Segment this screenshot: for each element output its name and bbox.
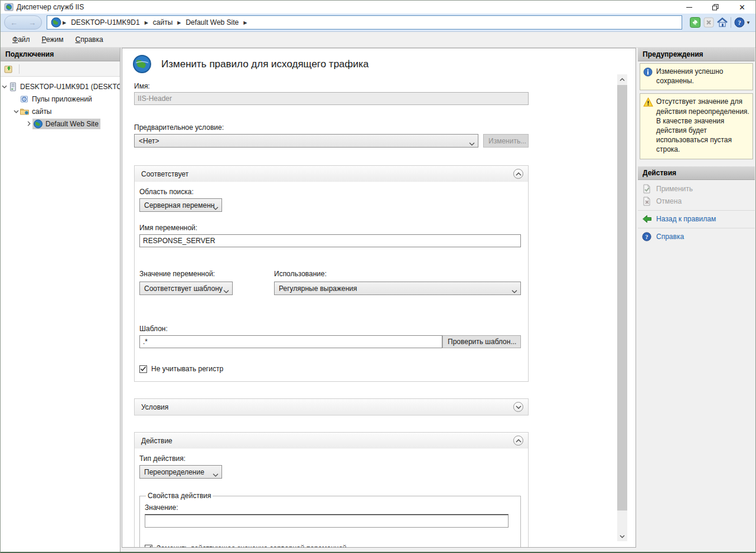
pattern-input[interactable] — [139, 335, 442, 348]
scope-select[interactable]: Серверная переменн — [139, 198, 222, 212]
info-alert-text: Изменения успешно сохранены. — [656, 67, 750, 86]
restore-button[interactable] — [702, 1, 729, 14]
test-pattern-button[interactable]: Проверить шаблон... — [442, 335, 521, 348]
tree-item-sites[interactable]: сайты — [1, 105, 120, 117]
collapse-icon[interactable] — [513, 169, 523, 179]
action-value-input[interactable] — [145, 514, 509, 528]
chevron-down-icon — [213, 470, 219, 479]
action-section: Действие Тип действия: Переопределение С… — [134, 432, 529, 548]
precondition-value: <Нет> — [139, 137, 159, 145]
back-icon[interactable]: ← — [10, 19, 18, 27]
apply-icon — [642, 184, 651, 194]
navigation-buttons: ← → — [4, 15, 42, 30]
tree-item-default-web-site[interactable]: Default Web Site — [1, 117, 120, 130]
page-title: Изменить правило для исходящего трафика — [161, 58, 369, 70]
action-type-select[interactable]: Переопределение — [139, 465, 222, 479]
menu-view[interactable]: Режим — [36, 33, 70, 46]
tree-item-server[interactable]: DESKTOP-U1MK9D1 (DESKTO — [1, 80, 120, 93]
toolbar-separator — [19, 64, 19, 74]
checkbox-checked-icon[interactable] — [145, 545, 152, 548]
save-connection-icon[interactable] — [4, 64, 14, 74]
stop-icon — [703, 17, 714, 28]
menu-file[interactable]: Файл — [6, 33, 36, 46]
sites-folder-icon — [19, 107, 30, 116]
help-label: Справка — [656, 233, 684, 241]
conditions-section: Условия — [134, 398, 529, 415]
expand-icon[interactable] — [513, 402, 523, 412]
actions-panel: Предупреждения Изменения успешно сохране… — [638, 48, 755, 552]
tree-item-label: Пулы приложений — [32, 95, 92, 103]
chevron-expanded-icon[interactable] — [12, 110, 19, 113]
variable-value-label: Значение переменной: — [139, 270, 274, 278]
variable-name-input[interactable] — [139, 234, 521, 247]
replace-value-label: Заменить действующее значение серверной … — [157, 544, 347, 548]
section-title: Действие — [141, 437, 513, 445]
scroll-up-icon[interactable] — [617, 74, 627, 84]
vertical-scrollbar[interactable] — [617, 74, 627, 541]
breadcrumb: ▶ DESKTOP-U1MK9D1 ▶ сайты ▶ Default Web … — [47, 15, 682, 30]
variable-value-select[interactable]: Соответствует шаблону — [139, 282, 233, 295]
chevron-down-icon — [511, 287, 517, 295]
cancel-label: Отмена — [656, 197, 682, 205]
help-menu-button[interactable]: ? ▼ — [734, 17, 751, 28]
breadcrumb-arrow-icon[interactable]: ▶ — [145, 20, 148, 25]
chevron-down-icon — [213, 204, 219, 212]
action-type-value: Переопределение — [144, 468, 204, 476]
tree-item-label: Default Web Site — [45, 120, 99, 128]
name-label: Имя: — [134, 82, 529, 90]
action-section-header[interactable]: Действие — [135, 433, 528, 449]
window-title: Диспетчер служб IIS — [17, 3, 84, 11]
info-icon — [643, 67, 653, 77]
back-to-rules-action[interactable]: Назад к правилам — [638, 213, 755, 225]
replace-checkbox-row[interactable]: Заменить действующее значение серверной … — [145, 544, 513, 548]
precondition-select[interactable]: <Нет> — [134, 134, 478, 148]
checkbox-checked-icon[interactable] — [139, 365, 147, 373]
alerts-header: Предупреждения — [638, 48, 755, 61]
match-section-header[interactable]: Соответствует — [135, 166, 528, 182]
section-title: Соответствует — [141, 170, 513, 178]
warning-alert-text: Отсутствует значение для действия переоп… — [656, 97, 750, 154]
pattern-label: Шаблон: — [139, 325, 521, 333]
warning-icon — [643, 97, 653, 107]
tree-item-app-pools[interactable]: Пулы приложений — [1, 93, 120, 105]
chevron-collapsed-icon[interactable] — [25, 121, 32, 126]
connections-toolbar — [1, 61, 120, 77]
scope-label: Область поиска: — [139, 188, 521, 196]
restore-icon — [712, 4, 719, 11]
connections-panel: Подключения DESKTOP-U1MK9D1 (DESKTO Пулы… — [1, 48, 120, 552]
collapse-icon[interactable] — [513, 436, 523, 446]
breadcrumb-item-server[interactable]: DESKTOP-U1MK9D1 — [71, 18, 139, 27]
info-alert: Изменения успешно сохранены. — [640, 63, 753, 90]
precondition-label: Предварительное условие: — [134, 123, 529, 132]
using-label: Использование: — [274, 270, 521, 278]
chevron-down-icon: ▼ — [746, 20, 751, 25]
action-properties-legend: Свойства действия — [146, 492, 213, 500]
breadcrumb-item-default-web-site[interactable]: Default Web Site — [185, 18, 239, 27]
refresh-icon[interactable] — [690, 17, 700, 28]
home-icon[interactable] — [717, 17, 728, 28]
forward-icon[interactable]: → — [28, 19, 36, 27]
back-to-rules-label: Назад к правилам — [656, 215, 716, 223]
menu-help[interactable]: Справка — [70, 33, 109, 46]
apply-label: Применить — [656, 185, 693, 193]
scrollbar-thumb[interactable] — [617, 85, 627, 511]
using-select[interactable]: Регулярные выражения — [274, 282, 521, 295]
name-input — [134, 92, 529, 105]
application-pools-icon — [19, 94, 30, 104]
conditions-section-header[interactable]: Условия — [135, 399, 528, 415]
menu-bar: Файл Режим Справка — [1, 32, 755, 48]
breadcrumb-arrow-icon[interactable]: ▶ — [63, 20, 66, 25]
breadcrumb-item-sites[interactable]: сайты — [153, 18, 173, 27]
outbound-rule-globe-icon — [132, 54, 152, 74]
ignore-case-checkbox-row[interactable]: Не учитывать регистр — [139, 365, 521, 373]
feature-page: Изменить правило для исходящего трафика … — [122, 48, 636, 548]
close-button[interactable]: ✕ — [729, 1, 755, 14]
scroll-down-icon[interactable] — [617, 531, 627, 541]
minimize-button[interactable] — [676, 1, 702, 14]
connections-tree: DESKTOP-U1MK9D1 (DESKTO Пулы приложений … — [1, 77, 120, 130]
chevron-expanded-icon[interactable] — [1, 85, 8, 89]
breadcrumb-arrow-icon[interactable]: ▶ — [243, 20, 247, 25]
help-action[interactable]: ? Справка — [638, 231, 755, 243]
breadcrumb-arrow-icon[interactable]: ▶ — [177, 20, 181, 25]
cancel-icon — [642, 197, 651, 206]
